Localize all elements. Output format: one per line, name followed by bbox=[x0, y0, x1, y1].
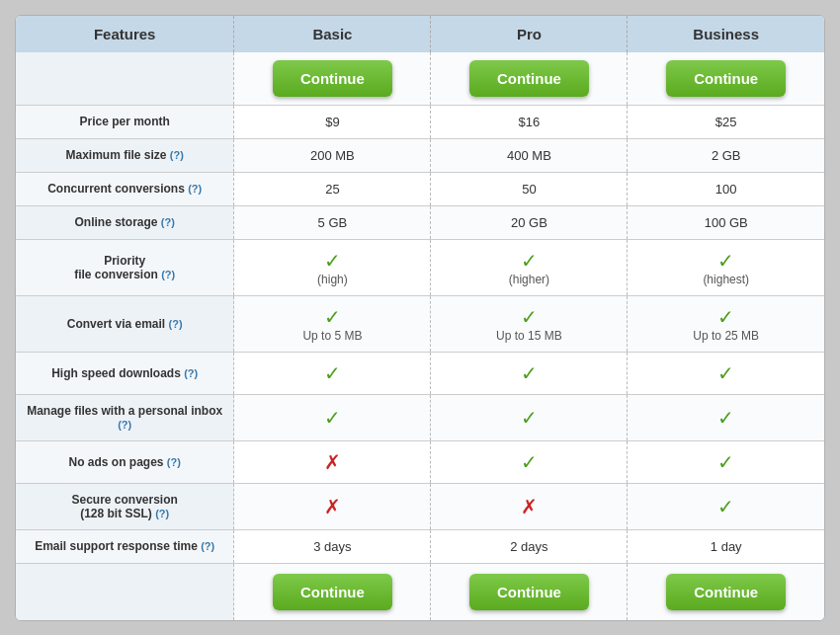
feature-label: Concurrent conversions (?) bbox=[16, 172, 234, 205]
check-icon: ✓ bbox=[521, 407, 538, 429]
feature-label: Price per month bbox=[16, 105, 234, 138]
feature-label: Manage files with a personal inbox (?) bbox=[16, 394, 234, 440]
feature-label: Convert via email (?) bbox=[16, 295, 234, 352]
business-value: 2 GB bbox=[628, 138, 824, 172]
feature-label: High speed downloads (?) bbox=[16, 352, 234, 394]
cross-icon: ✗ bbox=[521, 496, 538, 517]
business-continue-button-bottom[interactable]: Continue bbox=[666, 574, 786, 610]
help-icon[interactable]: (?) bbox=[170, 149, 184, 161]
business-value: 100 GB bbox=[628, 205, 824, 239]
pro-continue-button[interactable]: Continue bbox=[469, 60, 589, 97]
pro-continue-cell: Continue bbox=[431, 52, 628, 106]
business-continue-button[interactable]: Continue bbox=[666, 60, 786, 97]
help-icon[interactable]: (?) bbox=[161, 216, 175, 228]
check-icon: ✓ bbox=[717, 451, 734, 473]
help-icon[interactable]: (?) bbox=[169, 318, 183, 330]
help-icon[interactable]: (?) bbox=[184, 367, 198, 379]
pro-value: 20 GB bbox=[431, 205, 628, 239]
pro-value: 2 days bbox=[431, 529, 628, 563]
basic-value: ✗ bbox=[234, 483, 431, 529]
basic-continue-button-bottom[interactable]: Continue bbox=[273, 574, 392, 610]
table-row: Concurrent conversions (?) 25 50 100 bbox=[16, 172, 824, 205]
help-icon[interactable]: (?) bbox=[155, 508, 169, 519]
check-icon: ✓ bbox=[324, 407, 341, 429]
pro-value: ✓ (higher) bbox=[431, 239, 628, 295]
table-row: High speed downloads (?) ✓ ✓ ✓ bbox=[16, 352, 824, 394]
check-icon: ✓ bbox=[521, 362, 538, 384]
pro-value: ✓ bbox=[431, 440, 628, 483]
basic-value: ✓ (high) bbox=[234, 239, 431, 295]
check-icon: ✓ bbox=[717, 306, 734, 328]
feature-label: Email support response time (?) bbox=[16, 529, 234, 563]
check-icon: ✓ bbox=[717, 362, 734, 384]
pro-continue-cell-bottom: Continue bbox=[431, 563, 628, 620]
table-row: Price per month $9 $16 $25 bbox=[16, 105, 824, 138]
pro-sub: (higher) bbox=[439, 273, 619, 286]
help-icon[interactable]: (?) bbox=[188, 183, 202, 195]
check-icon: ✓ bbox=[717, 250, 734, 272]
pro-value: ✓ bbox=[431, 352, 628, 394]
pro-value: 50 bbox=[431, 172, 628, 205]
table-row: Secure conversion(128 bit SSL) (?) ✗ ✗ ✓ bbox=[16, 483, 824, 529]
header-pro: Pro bbox=[431, 16, 628, 52]
pro-value: ✗ bbox=[431, 483, 628, 529]
business-sub: Up to 25 MB bbox=[635, 329, 816, 343]
empty-cell bbox=[16, 52, 234, 106]
business-value: ✓ (highest) bbox=[628, 239, 824, 295]
header-features: Features bbox=[16, 16, 234, 52]
pro-continue-button-bottom[interactable]: Continue bbox=[469, 574, 589, 610]
basic-value: 5 GB bbox=[234, 205, 431, 239]
basic-continue-button[interactable]: Continue bbox=[273, 60, 392, 97]
basic-sub: (high) bbox=[242, 273, 422, 286]
check-icon: ✓ bbox=[324, 362, 341, 384]
help-icon[interactable]: (?) bbox=[201, 540, 214, 552]
table-row: Manage files with a personal inbox (?) ✓… bbox=[16, 394, 824, 440]
pricing-table: Features Basic Pro Business Continue Con… bbox=[15, 15, 825, 621]
basic-sub: Up to 5 MB bbox=[242, 329, 422, 343]
business-value: 1 day bbox=[628, 529, 824, 563]
table-row: Convert via email (?) ✓ Up to 5 MB ✓ Up … bbox=[16, 295, 824, 352]
business-value: ✓ bbox=[628, 394, 824, 440]
business-value: ✓ bbox=[628, 440, 824, 483]
bottom-button-row: Continue Continue Continue bbox=[16, 563, 824, 620]
table-row: Maximum file size (?) 200 MB 400 MB 2 GB bbox=[16, 138, 824, 172]
business-continue-cell-bottom: Continue bbox=[628, 563, 824, 620]
pro-value: ✓ bbox=[431, 394, 628, 440]
check-icon: ✓ bbox=[717, 496, 734, 517]
basic-value: $9 bbox=[234, 105, 431, 138]
basic-value: ✓ Up to 5 MB bbox=[234, 295, 431, 352]
check-icon: ✓ bbox=[324, 250, 341, 272]
help-icon[interactable]: (?) bbox=[167, 456, 181, 468]
check-icon: ✓ bbox=[324, 306, 341, 328]
pro-value: 400 MB bbox=[431, 138, 628, 172]
business-value: 100 bbox=[628, 172, 824, 205]
basic-value: 25 bbox=[234, 172, 431, 205]
business-continue-cell: Continue bbox=[628, 52, 824, 106]
top-button-row: Continue Continue Continue bbox=[16, 52, 824, 106]
table-row: Online storage (?) 5 GB 20 GB 100 GB bbox=[16, 205, 824, 239]
business-value: ✓ Up to 25 MB bbox=[628, 295, 824, 352]
business-value: $25 bbox=[628, 105, 824, 138]
feature-label: Secure conversion(128 bit SSL) (?) bbox=[16, 483, 234, 529]
check-icon: ✓ bbox=[521, 451, 538, 473]
help-icon[interactable]: (?) bbox=[161, 269, 175, 280]
check-icon: ✓ bbox=[717, 407, 734, 429]
table-row: Email support response time (?) 3 days 2… bbox=[16, 529, 824, 563]
table-row: No ads on pages (?) ✗ ✓ ✓ bbox=[16, 440, 824, 483]
feature-label: Online storage (?) bbox=[16, 205, 234, 239]
basic-continue-cell: Continue bbox=[234, 52, 431, 106]
feature-label: Maximum file size (?) bbox=[16, 138, 234, 172]
basic-value: ✓ bbox=[234, 352, 431, 394]
basic-value: 200 MB bbox=[234, 138, 431, 172]
check-icon: ✓ bbox=[521, 306, 538, 328]
empty-cell bbox=[16, 563, 234, 620]
cross-icon: ✗ bbox=[324, 451, 341, 473]
pro-sub: Up to 15 MB bbox=[439, 329, 619, 343]
help-icon[interactable]: (?) bbox=[118, 419, 131, 431]
pro-value: $16 bbox=[431, 105, 628, 138]
basic-value: 3 days bbox=[234, 529, 431, 563]
header-business: Business bbox=[628, 16, 824, 52]
feature-label: Priorityfile conversion (?) bbox=[16, 239, 234, 295]
cross-icon: ✗ bbox=[324, 496, 341, 517]
table-row: Priorityfile conversion (?) ✓ (high) ✓ (… bbox=[16, 239, 824, 295]
